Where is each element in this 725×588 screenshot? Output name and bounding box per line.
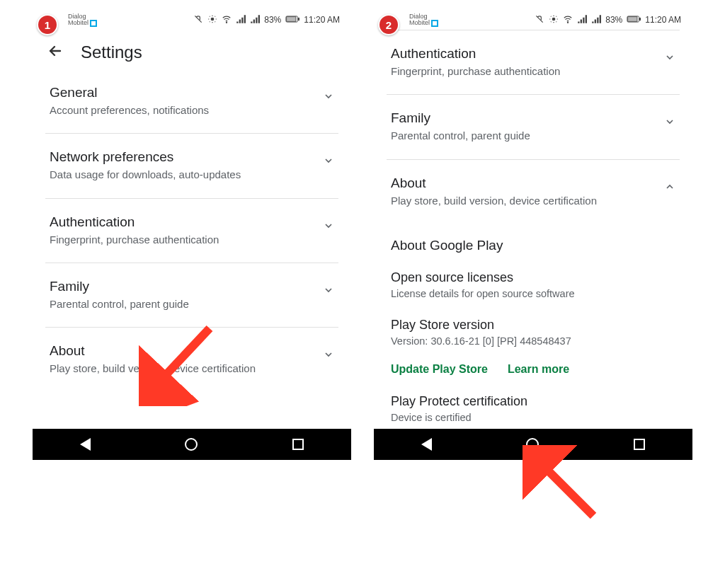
screen-step-2: 2 Dialog Mobitel bbox=[374, 10, 692, 460]
row-subtitle: License details for open source software bbox=[391, 287, 675, 301]
eye-comfort-icon bbox=[549, 14, 559, 26]
page-title: Settings bbox=[81, 42, 142, 62]
settings-item-family[interactable]: Family Parental control, parent guide bbox=[387, 95, 680, 159]
status-time: 11:20 AM bbox=[304, 15, 340, 25]
row-title: Family bbox=[50, 279, 314, 294]
battery-percent: 83% bbox=[264, 15, 281, 25]
about-google-play-heading: About Google Play bbox=[387, 224, 680, 258]
nav-back-icon[interactable] bbox=[80, 438, 91, 451]
step-badge-1: 1 bbox=[37, 14, 58, 35]
battery-icon bbox=[627, 15, 641, 25]
signal-1-icon bbox=[577, 14, 587, 26]
update-play-store-link[interactable]: Update Play Store bbox=[391, 363, 488, 376]
signal-1-icon bbox=[236, 14, 246, 26]
row-title: Network preferences bbox=[50, 149, 314, 165]
nav-home-icon[interactable] bbox=[526, 438, 539, 451]
carrier-2: Mobitel bbox=[68, 20, 89, 26]
row-title: Authentication bbox=[391, 46, 656, 62]
about-item-version: Play Store version Version: 30.6.16-21 [… bbox=[387, 305, 680, 353]
row-title: About bbox=[391, 175, 656, 191]
svg-point-1 bbox=[227, 22, 227, 23]
row-subtitle: Fingerprint, purchase authentication bbox=[391, 64, 656, 79]
svg-rect-10 bbox=[640, 18, 641, 20]
notification-dot-icon bbox=[431, 20, 438, 27]
settings-item-family[interactable]: Family Parental control, parent guide bbox=[45, 263, 338, 328]
svg-point-0 bbox=[211, 17, 215, 21]
status-time: 11:20 AM bbox=[645, 15, 681, 25]
nav-recent-icon[interactable] bbox=[634, 439, 645, 450]
row-subtitle: Parental control, parent guide bbox=[391, 129, 656, 143]
settings-item-network[interactable]: Network preferences Data usage for downl… bbox=[45, 134, 338, 198]
row-title: Family bbox=[391, 110, 656, 126]
signal-2-icon bbox=[250, 14, 260, 26]
svg-point-7 bbox=[552, 17, 556, 21]
battery-percent: 83% bbox=[605, 15, 622, 25]
chevron-down-icon bbox=[664, 110, 675, 131]
nav-back-icon[interactable] bbox=[421, 438, 432, 451]
chevron-down-icon bbox=[323, 343, 334, 364]
row-title: Authentication bbox=[50, 214, 314, 230]
row-subtitle: Version: 30.6.16-21 [0] [PR] 448548437 bbox=[391, 335, 675, 349]
eye-comfort-icon bbox=[207, 14, 217, 26]
android-nav-bar bbox=[374, 429, 692, 460]
nav-home-icon[interactable] bbox=[185, 438, 198, 451]
about-item-protect: Play Protect certification Device is cer… bbox=[387, 376, 680, 430]
nav-recent-icon[interactable] bbox=[292, 439, 304, 450]
settings-item-general[interactable]: General Account preferences, notificatio… bbox=[45, 69, 338, 134]
svg-rect-11 bbox=[628, 16, 637, 21]
screen-step-1: 1 Dialog Mobitel bbox=[33, 10, 351, 460]
wifi-icon bbox=[222, 14, 232, 26]
row-title: Open source licenses bbox=[391, 270, 675, 285]
chevron-down-icon bbox=[323, 85, 334, 105]
settings-item-authentication[interactable]: Authentication Fingerprint, purchase aut… bbox=[387, 30, 680, 95]
status-bar: Dialog Mobitel bbox=[374, 10, 692, 30]
row-subtitle: Play store, build version, device certif… bbox=[391, 194, 656, 208]
battery-icon bbox=[285, 15, 299, 25]
settings-item-about[interactable]: About Play store, build version, device … bbox=[45, 328, 338, 391]
step-badge-2: 2 bbox=[378, 14, 399, 35]
notification-dot-icon bbox=[90, 20, 97, 27]
chevron-up-icon bbox=[664, 175, 675, 196]
chevron-down-icon bbox=[664, 46, 675, 67]
row-subtitle: Parental control, parent guide bbox=[50, 297, 314, 311]
row-title: About bbox=[50, 343, 314, 359]
row-subtitle: Play store, build version, device certif… bbox=[50, 362, 314, 376]
learn-more-link[interactable]: Learn more bbox=[508, 363, 569, 376]
vibrate-off-icon bbox=[535, 14, 544, 26]
wifi-icon bbox=[563, 14, 573, 26]
android-nav-bar bbox=[33, 429, 351, 460]
chevron-down-icon bbox=[323, 214, 334, 235]
signal-2-icon bbox=[591, 14, 601, 26]
settings-item-authentication[interactable]: Authentication Fingerprint, purchase aut… bbox=[45, 199, 338, 263]
app-header: Settings bbox=[33, 30, 351, 69]
settings-item-about[interactable]: About Play store, build version, device … bbox=[387, 160, 680, 224]
chevron-down-icon bbox=[323, 149, 334, 170]
svg-rect-4 bbox=[287, 16, 296, 21]
row-subtitle: Device is certified bbox=[391, 411, 675, 425]
status-bar: Dialog Mobitel bbox=[33, 10, 351, 30]
svg-line-13 bbox=[538, 461, 593, 516]
back-arrow-icon[interactable] bbox=[47, 42, 64, 62]
row-subtitle: Fingerprint, purchase authentication bbox=[50, 233, 314, 247]
row-subtitle: Account preferences, notifications bbox=[50, 103, 314, 117]
carrier-2: Mobitel bbox=[409, 20, 430, 26]
row-title: General bbox=[50, 85, 314, 100]
row-subtitle: Data usage for downloads, auto-updates bbox=[50, 168, 314, 182]
svg-rect-3 bbox=[299, 18, 300, 20]
chevron-down-icon bbox=[323, 279, 334, 299]
svg-point-8 bbox=[568, 22, 569, 23]
row-title: Play Store version bbox=[391, 318, 675, 333]
about-item-licenses[interactable]: Open source licenses License details for… bbox=[387, 258, 680, 306]
vibrate-off-icon bbox=[193, 14, 203, 26]
row-title: Play Protect certification bbox=[391, 394, 675, 409]
